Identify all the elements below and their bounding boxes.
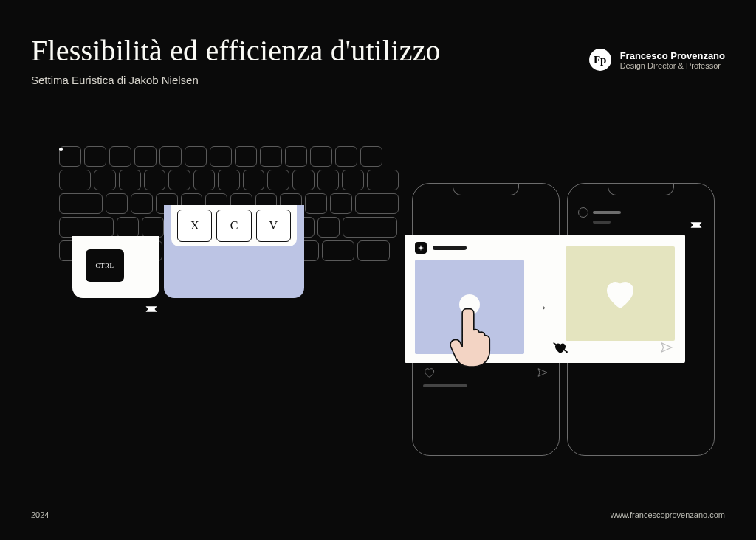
illustration-stage: CTRL X C V: [0, 0, 756, 540]
phone-notch: [608, 184, 674, 195]
xcv-keys-callout: X C V: [164, 205, 304, 298]
sparkle-avatar-icon: [415, 242, 427, 254]
ctrl-key-callout: CTRL: [72, 236, 159, 298]
phone-notch: [453, 184, 519, 195]
key-v: V: [256, 210, 291, 242]
send-outline-icon: [537, 367, 549, 378]
avatar-outline-icon: [578, 207, 588, 218]
footer-url: www.francescoprovenzano.com: [611, 510, 725, 519]
arrow-right-icon: →: [536, 301, 548, 314]
gesture-overlay-card: →: [405, 235, 685, 363]
heart-filled-icon: [600, 274, 640, 314]
send-icon: [660, 341, 673, 357]
heart-outline-icon: [423, 367, 435, 378]
footer: 2024 www.francescoprovenzano.com: [31, 510, 725, 519]
decor-dot: [59, 148, 63, 151]
liked-tile: [566, 246, 675, 341]
heart-struck-icon: [552, 339, 568, 359]
key-c: C: [216, 210, 251, 242]
overlay-username-bar: [433, 246, 467, 250]
double-tap-tile: [415, 260, 524, 354]
key-x: X: [177, 210, 212, 242]
ctrl-key: CTRL: [86, 249, 124, 282]
pointing-hand-icon: [449, 304, 498, 370]
footer-year: 2024: [31, 510, 49, 519]
overlay-post-header: [415, 242, 467, 254]
overlay-footer: [552, 339, 673, 359]
ribbon-icon: [145, 304, 158, 314]
